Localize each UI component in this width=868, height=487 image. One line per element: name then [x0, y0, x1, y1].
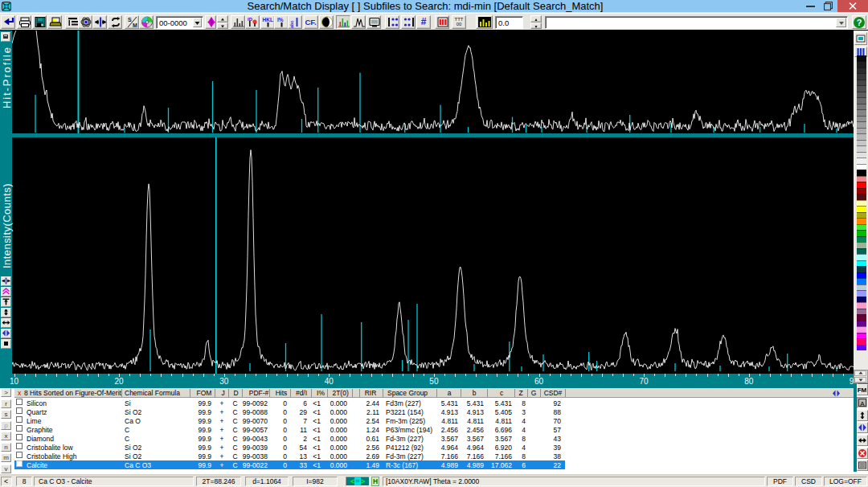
svg-text:A: A	[860, 400, 865, 407]
svg-text:HKL: HKL	[262, 17, 272, 23]
svg-text:I%: I%	[277, 17, 284, 23]
svg-text:M: M	[133, 23, 137, 28]
svg-text:S: S	[128, 17, 132, 23]
svg-text:abc: abc	[289, 21, 294, 28]
